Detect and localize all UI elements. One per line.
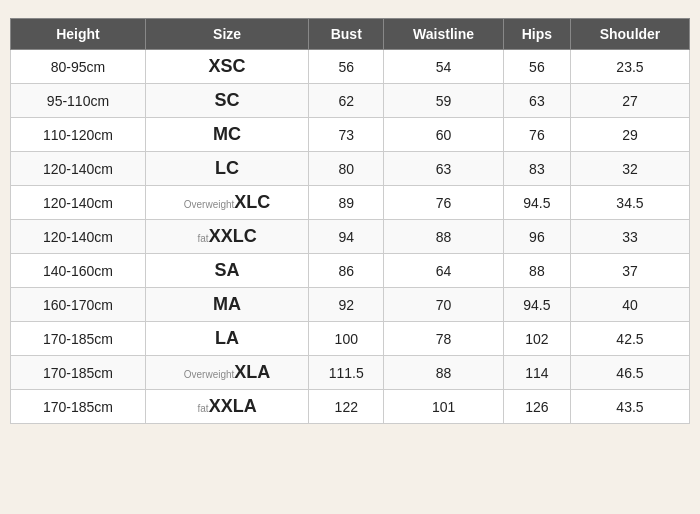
cell-bust: 73 [309,118,384,152]
cell-waistline: 54 [384,50,503,84]
cell-height: 95-110cm [11,84,146,118]
cell-shoulder: 37 [570,254,689,288]
cell-shoulder: 40 [570,288,689,322]
cell-waistline: 88 [384,220,503,254]
cell-height: 140-160cm [11,254,146,288]
cell-waistline: 64 [384,254,503,288]
cell-waistline: 88 [384,356,503,390]
cell-hips: 63 [503,84,570,118]
table-row: 80-95cmXSC56545623.5 [11,50,690,84]
cell-bust: 86 [309,254,384,288]
col-header-size: Size [145,19,308,50]
page-wrapper: Height Size Bust Waistline Hips Shoulder… [0,0,700,514]
table-row: 95-110cmSC62596327 [11,84,690,118]
cell-height: 120-140cm [11,186,146,220]
cell-height: 170-185cm [11,322,146,356]
table-row: 170-185cmOverweightXLA111.58811446.5 [11,356,690,390]
cell-size: fatXXLA [145,390,308,424]
cell-size: SA [145,254,308,288]
cell-height: 120-140cm [11,220,146,254]
cell-bust: 80 [309,152,384,186]
cell-size: LC [145,152,308,186]
cell-waistline: 78 [384,322,503,356]
cell-size: MC [145,118,308,152]
cell-shoulder: 42.5 [570,322,689,356]
cell-hips: 126 [503,390,570,424]
cell-bust: 111.5 [309,356,384,390]
cell-bust: 62 [309,84,384,118]
cell-bust: 100 [309,322,384,356]
cell-hips: 94.5 [503,186,570,220]
size-table: Height Size Bust Waistline Hips Shoulder… [10,18,690,424]
table-header-row: Height Size Bust Waistline Hips Shoulder [11,19,690,50]
cell-waistline: 59 [384,84,503,118]
cell-shoulder: 34.5 [570,186,689,220]
cell-shoulder: 46.5 [570,356,689,390]
cell-size: OverweightXLC [145,186,308,220]
cell-height: 110-120cm [11,118,146,152]
cell-hips: 56 [503,50,570,84]
cell-shoulder: 27 [570,84,689,118]
col-header-height: Height [11,19,146,50]
cell-hips: 83 [503,152,570,186]
cell-hips: 88 [503,254,570,288]
cell-shoulder: 29 [570,118,689,152]
cell-bust: 122 [309,390,384,424]
cell-hips: 76 [503,118,570,152]
cell-height: 160-170cm [11,288,146,322]
col-header-waistline: Waistline [384,19,503,50]
cell-hips: 102 [503,322,570,356]
cell-height: 80-95cm [11,50,146,84]
col-header-bust: Bust [309,19,384,50]
cell-size: MA [145,288,308,322]
cell-height: 170-185cm [11,356,146,390]
table-row: 170-185cmLA1007810242.5 [11,322,690,356]
cell-waistline: 76 [384,186,503,220]
cell-bust: 56 [309,50,384,84]
cell-waistline: 101 [384,390,503,424]
cell-shoulder: 33 [570,220,689,254]
cell-hips: 114 [503,356,570,390]
cell-size: XSC [145,50,308,84]
cell-height: 170-185cm [11,390,146,424]
cell-waistline: 70 [384,288,503,322]
table-row: 140-160cmSA86648837 [11,254,690,288]
col-header-shoulder: Shoulder [570,19,689,50]
cell-hips: 96 [503,220,570,254]
cell-bust: 92 [309,288,384,322]
table-row: 120-140cmOverweightXLC897694.534.5 [11,186,690,220]
cell-size: LA [145,322,308,356]
cell-bust: 94 [309,220,384,254]
col-header-hips: Hips [503,19,570,50]
cell-shoulder: 32 [570,152,689,186]
cell-shoulder: 43.5 [570,390,689,424]
cell-height: 120-140cm [11,152,146,186]
cell-waistline: 60 [384,118,503,152]
cell-waistline: 63 [384,152,503,186]
cell-size: OverweightXLA [145,356,308,390]
cell-bust: 89 [309,186,384,220]
cell-size: SC [145,84,308,118]
table-row: 110-120cmMC73607629 [11,118,690,152]
table-row: 170-185cmfatXXLA12210112643.5 [11,390,690,424]
cell-shoulder: 23.5 [570,50,689,84]
cell-hips: 94.5 [503,288,570,322]
cell-size: fatXXLC [145,220,308,254]
table-row: 160-170cmMA927094.540 [11,288,690,322]
table-row: 120-140cmfatXXLC94889633 [11,220,690,254]
table-row: 120-140cmLC80638332 [11,152,690,186]
